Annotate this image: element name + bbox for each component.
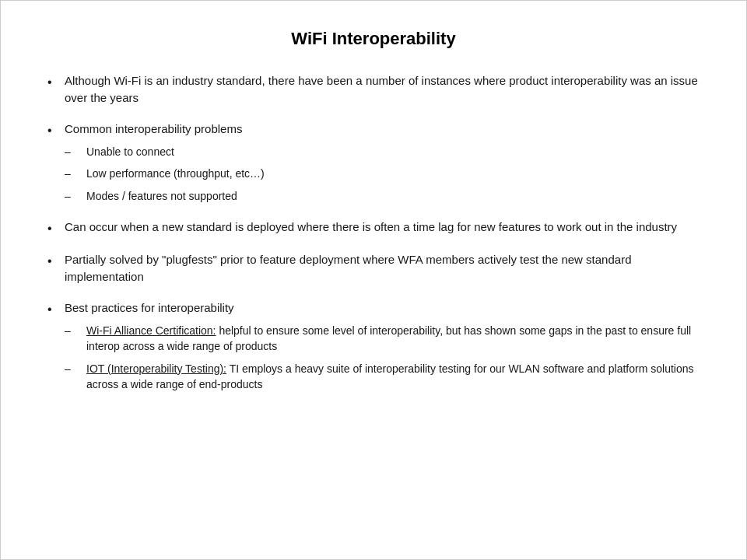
- sub-list-5: – Wi-Fi Alliance Certification: helpful …: [65, 323, 700, 392]
- sub-dash-5-1: –: [65, 324, 86, 339]
- bullet-item-5: • Best practices for interoperability – …: [47, 299, 700, 393]
- sub-text-2-1: Unable to connect: [86, 144, 265, 159]
- sub-item-2-2: – Low performance (throughput, etc…): [65, 166, 265, 182]
- sub-text-5-1: Wi-Fi Alliance Certification: helpful to…: [86, 323, 700, 355]
- sub-item-2-3: – Modes / features not supported: [65, 188, 265, 205]
- sub-dash-2-3: –: [65, 189, 86, 205]
- bullet-dot-2: •: [47, 122, 65, 139]
- sub-dash-2-1: –: [65, 145, 86, 160]
- content-area: • Although Wi-Fi is an industry standard…: [47, 72, 700, 531]
- sub-text-5-2-prefix: IOT (Interoperability Testing):: [86, 362, 226, 375]
- bullet-item-4: • Partially solved by "plugfests" prior …: [47, 251, 700, 285]
- sub-dash-2-2: –: [65, 166, 86, 182]
- sub-text-5-1-prefix: Wi-Fi Alliance Certification:: [86, 324, 216, 337]
- bullet-text-2: Common interoperability problems: [65, 121, 242, 138]
- sub-text-2-3: Modes / features not supported: [86, 188, 265, 204]
- bullet-dot-1: •: [47, 74, 65, 91]
- bullet-dot-3: •: [47, 220, 65, 237]
- sub-list-2: – Unable to connect – Low performance (t…: [65, 144, 265, 205]
- bullet-text-3: Can occur when a new standard is deploye…: [65, 219, 700, 236]
- sub-item-5-2: – IOT (Interoperability Testing): TI emp…: [65, 361, 700, 393]
- bullet-dot-4: •: [47, 253, 65, 270]
- slide: WiFi Interoperability • Although Wi-Fi i…: [0, 0, 747, 560]
- sub-text-5-2: IOT (Interoperability Testing): TI emplo…: [86, 361, 700, 393]
- sub-item-5-1: – Wi-Fi Alliance Certification: helpful …: [65, 323, 700, 355]
- bullet-text-1: Although Wi-Fi is an industry standard, …: [65, 72, 700, 107]
- slide-title: WiFi Interoperability: [47, 29, 700, 49]
- bullet-text-5: Best practices for interoperability: [65, 299, 234, 317]
- bullet-item-2: • Common interoperability problems – Una…: [47, 121, 700, 205]
- bullet-item-3: • Can occur when a new standard is deplo…: [47, 219, 700, 237]
- sub-dash-5-2: –: [65, 362, 86, 377]
- sub-item-2-1: – Unable to connect: [65, 144, 265, 160]
- sub-text-2-2: Low performance (throughput, etc…): [86, 166, 265, 181]
- bullet-text-4: Partially solved by "plugfests" prior to…: [65, 251, 700, 285]
- bullet-item-1: • Although Wi-Fi is an industry standard…: [47, 72, 700, 107]
- bullet-dot-5: •: [47, 301, 65, 318]
